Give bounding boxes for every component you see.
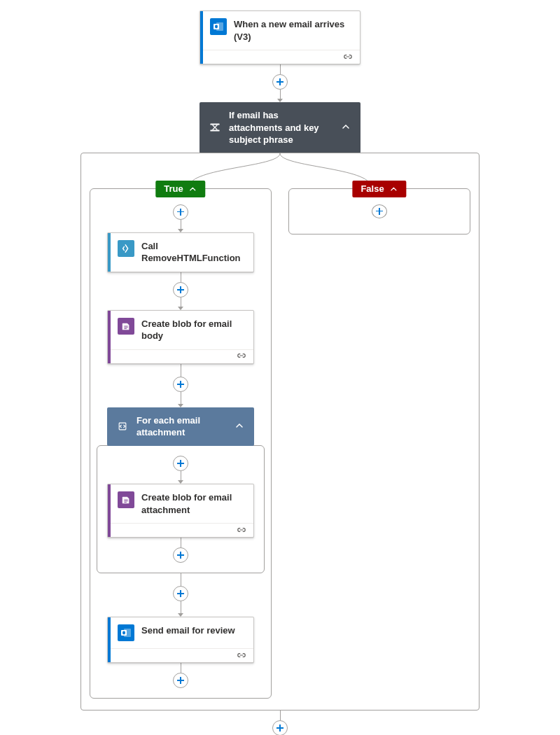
loop-icon — [115, 419, 130, 433]
svg-point-6 — [122, 631, 125, 635]
trigger-card[interactable]: When a new email arrives (V3) — [200, 10, 360, 64]
add-step-button[interactable] — [372, 204, 387, 218]
condition-title: If email has attachments and key subject… — [229, 109, 334, 146]
card-header: Create blob for email body — [108, 311, 253, 349]
action-title: Send email for review — [141, 624, 245, 637]
connector-line — [181, 298, 181, 307]
foreach-header[interactable]: For each email attachment — [107, 407, 254, 446]
add-step-button[interactable] — [173, 282, 188, 298]
connector-line — [181, 538, 181, 547]
card-stripe — [108, 484, 111, 537]
chevron-up-icon — [189, 185, 197, 193]
connector-line — [181, 573, 181, 586]
branch-connector — [91, 153, 469, 188]
card-footer — [108, 523, 253, 537]
link-icon — [343, 52, 353, 62]
card-header: Call RemoveHTMLFunction — [108, 233, 253, 272]
action-create-blob-body[interactable]: Create blob for email body — [107, 310, 254, 364]
chevron-up-icon[interactable] — [234, 421, 246, 432]
action-send-email-review[interactable]: Send email for review — [107, 617, 254, 663]
add-step-button[interactable] — [173, 204, 188, 220]
card-stripe — [200, 11, 203, 64]
true-label-text: True — [164, 183, 183, 194]
add-step-button[interactable] — [272, 74, 288, 90]
outlook-icon — [118, 624, 134, 641]
add-step-button[interactable] — [173, 377, 188, 392]
blob-icon — [118, 491, 134, 508]
arrow-icon — [178, 229, 183, 232]
connector-line — [181, 392, 181, 405]
card-header: Create blob for email attachment — [108, 484, 253, 523]
foreach-title: For each email attachment — [136, 414, 227, 439]
link-icon — [237, 351, 246, 361]
false-branch: False — [288, 188, 470, 234]
action-title: Create blob for email attachment — [141, 491, 245, 516]
card-header: When a new email arrives (V3) — [200, 11, 360, 50]
connector-line — [280, 710, 281, 720]
svg-point-2 — [215, 25, 218, 29]
card-footer — [200, 50, 360, 64]
connector-line — [181, 272, 181, 282]
condition-container: True Call RemoveHTMLFunction — [80, 153, 479, 710]
link-icon — [237, 526, 246, 536]
chevron-up-icon — [390, 185, 398, 193]
card-stripe — [108, 617, 111, 662]
false-label-text: False — [360, 183, 384, 194]
action-call-removehtml[interactable]: Call RemoveHTMLFunction — [107, 232, 254, 272]
connector-line — [181, 471, 181, 481]
card-footer — [108, 349, 253, 363]
add-step-button[interactable] — [173, 673, 188, 688]
connector-line — [280, 90, 281, 99]
true-branch: True Call RemoveHTMLFunction — [90, 188, 272, 699]
card-header: Send email for review — [108, 617, 253, 648]
connector-line — [280, 64, 281, 74]
chevron-up-icon[interactable] — [341, 122, 352, 133]
action-title: Create blob for email body — [141, 318, 245, 342]
action-create-blob-attachment[interactable]: Create blob for email attachment — [107, 484, 254, 538]
outlook-icon — [210, 18, 227, 35]
workflow-canvas: When a new email arrives (V3) If email h… — [0, 10, 560, 735]
true-branch-column: True Call RemoveHTMLFunction — [90, 188, 272, 699]
blob-icon — [118, 318, 134, 335]
card-stripe — [108, 233, 111, 272]
add-step-button[interactable] — [173, 586, 188, 601]
add-step-button[interactable] — [272, 720, 288, 735]
false-label[interactable]: False — [352, 181, 406, 197]
true-label[interactable]: True — [155, 181, 205, 197]
connector-line — [181, 220, 181, 230]
connector-line — [181, 663, 181, 673]
action-title: Call RemoveHTMLFunction — [141, 240, 245, 265]
link-icon — [237, 651, 246, 661]
foreach-container: Create blob for email attachment — [97, 445, 265, 573]
condition-icon — [208, 120, 222, 134]
condition-header[interactable]: If email has attachments and key subject… — [200, 102, 360, 153]
false-branch-column: False — [288, 188, 470, 699]
connector-line — [181, 601, 181, 614]
trigger-title: When a new email arrives (V3) — [234, 18, 351, 43]
add-step-button[interactable] — [173, 547, 188, 563]
card-stripe — [108, 311, 111, 363]
function-icon — [118, 240, 134, 257]
connector-line — [181, 364, 181, 377]
card-footer — [108, 648, 253, 662]
add-step-button[interactable] — [173, 456, 188, 471]
branch-row: True Call RemoveHTMLFunction — [81, 188, 479, 699]
